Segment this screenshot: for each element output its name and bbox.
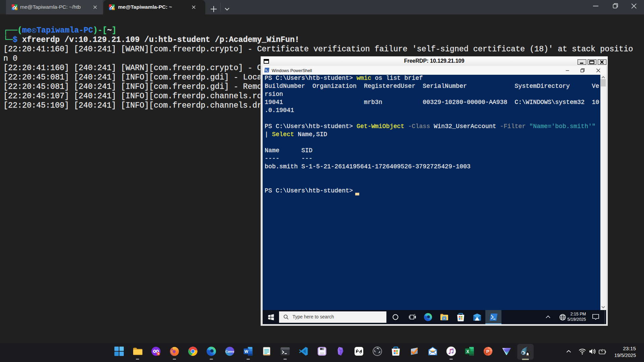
- svg-text:X: X: [466, 349, 469, 354]
- svg-text:P: P: [486, 349, 489, 354]
- svg-text:Canva: Canva: [225, 350, 234, 353]
- svg-text:W: W: [245, 349, 249, 354]
